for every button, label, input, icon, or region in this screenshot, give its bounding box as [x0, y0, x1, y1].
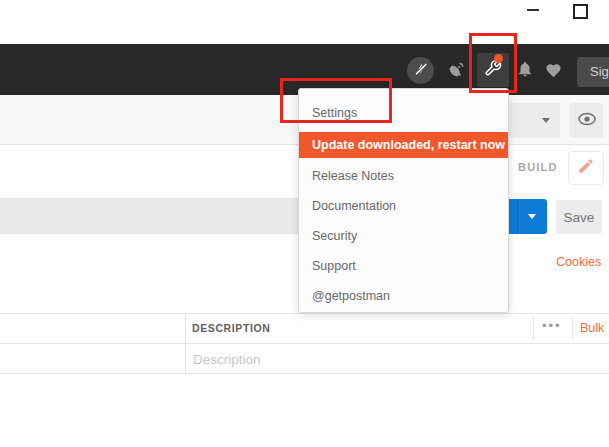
menu-item-settings[interactable]: Settings: [299, 98, 508, 128]
menu-item-documentation[interactable]: Documentation: [299, 191, 508, 221]
settings-wrench-button[interactable]: [477, 53, 509, 87]
description-field[interactable]: [191, 347, 495, 371]
window-minimize-icon[interactable]: [527, 9, 539, 11]
build-tab-label: BUILD: [518, 161, 558, 173]
split-button-divider: [517, 199, 518, 234]
menu-item-getpostman[interactable]: @getpostman: [299, 281, 508, 311]
environment-selector[interactable]: [505, 103, 560, 138]
notifications-button[interactable]: [516, 60, 534, 78]
window-title-bar: [0, 0, 609, 44]
table-header-divider: [533, 317, 534, 340]
table-column-divider: [185, 313, 186, 373]
settings-dropdown-menu: Settings Update downloaded, restart now …: [298, 88, 509, 313]
table-header-divider: [572, 317, 573, 340]
sync-disabled-button[interactable]: [407, 57, 434, 84]
favorites-button[interactable]: [545, 62, 562, 79]
cookies-link[interactable]: Cookies: [556, 255, 601, 269]
menu-item-update-restart[interactable]: Update downloaded, restart now: [299, 132, 508, 158]
sign-in-button[interactable]: Sign In: [577, 57, 609, 87]
menu-item-support[interactable]: Support: [299, 251, 508, 281]
bell-icon: [516, 64, 534, 81]
capture-requests-button[interactable]: [446, 60, 466, 80]
update-notification-dot: [494, 54, 503, 63]
table-header-border: [0, 343, 609, 344]
sync-disabled-icon: [413, 61, 429, 81]
edit-button[interactable]: [568, 151, 604, 185]
save-button[interactable]: Save: [556, 200, 602, 234]
menu-item-security[interactable]: Security: [299, 221, 508, 251]
satellite-dish-icon: [446, 66, 466, 83]
chevron-down-icon: [528, 214, 536, 219]
description-column-header: DESCRIPTION: [192, 322, 270, 334]
environment-quick-look-button[interactable]: [570, 103, 603, 138]
more-options-button[interactable]: •••: [542, 318, 562, 333]
window-maximize-icon[interactable]: [573, 4, 588, 19]
heart-icon: [545, 65, 562, 82]
table-row-border: [0, 373, 609, 374]
bulk-edit-link[interactable]: Bulk: [580, 321, 604, 335]
pencil-icon: [577, 157, 595, 179]
eye-icon: [577, 112, 597, 130]
menu-item-release-notes[interactable]: Release Notes: [299, 161, 508, 191]
chevron-down-icon: [542, 118, 550, 123]
table-top-border: [0, 313, 609, 314]
